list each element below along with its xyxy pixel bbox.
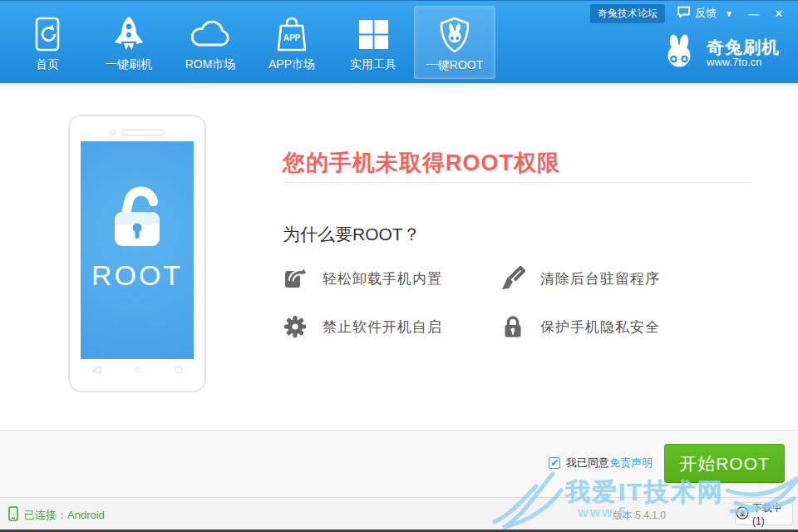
minimize-button[interactable]: — xyxy=(741,7,766,20)
page-title: 您的手机未取得ROOT权限 xyxy=(283,148,560,178)
window-controls: 奇兔技术论坛 反馈 ▼ — ✕ xyxy=(590,3,791,23)
nav-item-tools[interactable]: 实用工具 xyxy=(332,6,414,79)
nav-item-flash[interactable]: 一键刷机 xyxy=(88,6,170,79)
nav-label: 一键刷机 xyxy=(106,57,152,72)
feature-label: 禁止软件开机自启 xyxy=(323,318,442,337)
svg-text:APP: APP xyxy=(283,33,301,42)
nav-label: 实用工具 xyxy=(350,57,397,72)
feature-label: 保护手机隐私安全 xyxy=(540,318,660,337)
agree-checkbox[interactable]: ✔ xyxy=(549,457,560,469)
nav-label: 一键ROOT xyxy=(426,58,483,73)
feature-clean: 清除后台驻留程序 xyxy=(500,264,718,293)
phone-speaker xyxy=(70,126,204,138)
lock-icon xyxy=(500,314,525,339)
feedback-label: 反馈 xyxy=(695,6,717,21)
speech-bubble-icon xyxy=(677,6,691,21)
nav-item-app[interactable]: APP APP市场 xyxy=(251,6,332,79)
phone-back-icon: ◁ xyxy=(92,363,101,376)
nav-label: ROM市场 xyxy=(185,57,236,72)
feature-label: 清除后台驻留程序 xyxy=(540,269,660,288)
phone-screen-root-label: ROOT xyxy=(91,259,183,292)
cloud-icon xyxy=(190,14,231,54)
phone-illustration: ROOT ◁ ○ □ xyxy=(68,115,206,392)
app-logo: 奇兔刷机 www.7to.cn xyxy=(660,34,780,72)
uninstall-icon xyxy=(283,266,308,291)
gear-icon xyxy=(283,314,308,339)
feature-list: 轻松卸载手机内置 清除后台驻留程序 xyxy=(283,264,748,341)
nav-label: APP市场 xyxy=(268,57,315,72)
feature-label: 轻松卸载手机内置 xyxy=(323,269,442,288)
feedback-button[interactable]: 反馈 xyxy=(677,6,717,21)
feature-privacy: 保护手机隐私安全 xyxy=(500,313,718,341)
disclaimer-link[interactable]: 免责声明 xyxy=(609,456,653,470)
version-label: 版本:5.4.1.0 xyxy=(613,509,666,523)
logo-title: 奇兔刷机 xyxy=(707,37,780,57)
agree-row: ✔ 我已同意 免责声明 xyxy=(549,456,653,470)
status-bar xyxy=(0,497,798,530)
rabbit-logo-icon xyxy=(660,34,698,72)
feature-uninstall: 轻松卸载手机内置 xyxy=(283,264,500,293)
app-window: 首页 一键刷机 xyxy=(0,0,798,532)
divider xyxy=(283,182,752,183)
phone-speaker-pill xyxy=(121,130,165,135)
dropdown-arrow-button[interactable]: ▼ xyxy=(717,9,741,18)
main-nav: 首页 一键刷机 xyxy=(7,6,495,79)
app-store-bag-icon: APP xyxy=(274,14,309,54)
unlocked-padlock-icon xyxy=(102,173,172,254)
start-root-button[interactable]: 开始ROOT xyxy=(664,444,785,483)
phone-camera-dot xyxy=(110,130,116,135)
phone-nav-buttons: ◁ ○ □ xyxy=(81,363,194,376)
phone-recent-icon: □ xyxy=(175,363,182,376)
connection-text: 已连接：Android xyxy=(24,508,105,523)
header-shadow xyxy=(0,83,798,90)
agree-label: 我已同意 xyxy=(566,456,609,470)
close-button[interactable]: ✕ xyxy=(766,7,791,20)
feature-autostart: 禁止软件开机自启 xyxy=(283,313,500,341)
nav-item-home[interactable]: 首页 xyxy=(7,6,88,79)
root-shield-rabbit-icon xyxy=(438,15,471,55)
download-label: 下载中(1) xyxy=(752,501,792,527)
brush-icon xyxy=(500,266,525,291)
tools-grid-icon xyxy=(357,14,390,54)
logo-url: www.7to.cn xyxy=(707,57,780,68)
home-refresh-icon xyxy=(32,14,62,54)
rocket-icon xyxy=(112,14,145,54)
connection-status: 已连接：Android xyxy=(8,506,105,524)
header: 首页 一键刷机 xyxy=(0,0,798,83)
connected-phone-icon xyxy=(8,506,18,524)
download-button[interactable]: 下载中(1) xyxy=(735,502,793,525)
forum-button[interactable]: 奇兔技术论坛 xyxy=(590,4,665,23)
why-root-heading: 为什么要ROOT？ xyxy=(283,223,421,246)
nav-item-rom[interactable]: ROM市场 xyxy=(170,6,251,79)
phone-screen: ROOT xyxy=(81,141,194,359)
nav-item-root[interactable]: 一键ROOT xyxy=(414,6,495,79)
phone-home-icon: ○ xyxy=(135,363,141,376)
nav-label: 首页 xyxy=(36,57,59,72)
download-icon xyxy=(736,506,749,522)
